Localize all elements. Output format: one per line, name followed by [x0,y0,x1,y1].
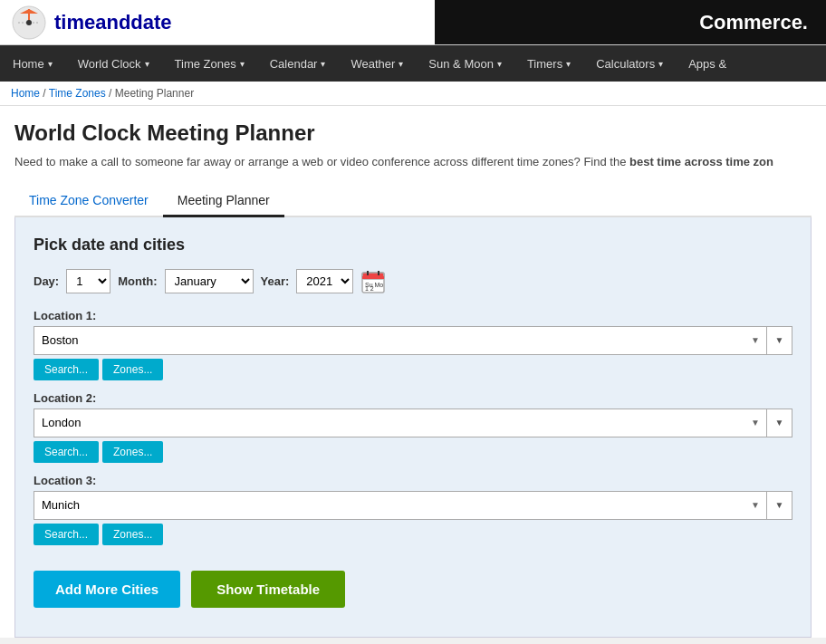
tabs: Time Zone Converter Meeting Planner [14,186,812,217]
page-title: World Clock Meeting Planner [14,120,812,146]
top-header: timeanddate Commerce. [0,0,826,45]
year-label: Year: [261,274,290,288]
panel-title: Pick date and cities [34,235,792,255]
nav-world-clock[interactable]: World Clock ▾ [65,45,162,82]
logo-normal: anddate [95,11,171,34]
location-2-select[interactable]: London [34,409,767,437]
day-select[interactable]: 12345 678910 1112131415 1617181920 21222… [66,269,110,293]
location-1-search-button[interactable]: Search... [34,359,99,380]
day-label: Day: [34,274,59,288]
location-2-section: Location 2: London ▼ Search... Zones... [34,391,792,463]
breadcrumb-home[interactable]: Home [11,87,40,100]
nav-apps[interactable]: Apps & [676,45,739,82]
location-1-label: Location 1: [34,309,792,322]
svg-point-1 [26,20,32,25]
logo-bold: time [54,11,95,34]
meeting-planner-panel: Pick date and cities Day: 12345 678910 1… [14,217,812,638]
nav-calculators[interactable]: Calculators ▾ [583,45,676,82]
chevron-down-icon: ▾ [145,59,149,69]
page-description: Need to make a call to someone far away … [14,153,812,171]
location-1-input-row: Boston ▼ [34,326,792,355]
location-2-chevron-btn[interactable]: ▼ [767,409,792,437]
chevron-down-icon: ▾ [658,59,663,69]
date-row: Day: 12345 678910 1112131415 1617181920 … [34,269,792,294]
location-2-zones-button[interactable]: Zones... [102,441,163,463]
location-3-select[interactable]: Munich [34,491,767,520]
location-3-chevron-btn[interactable]: ▼ [767,491,792,520]
location-3-search-button[interactable]: Search... [34,524,99,545]
nav-home[interactable]: Home ▾ [0,45,65,82]
location-3-zones-button[interactable]: Zones... [102,524,163,545]
nav-bar: Home ▾ World Clock ▾ Time Zones ▾ Calend… [0,45,826,82]
location-1-buttons: Search... Zones... [34,359,792,380]
location-2-buttons: Search... Zones... [34,441,792,463]
chevron-down-icon: ▾ [497,59,502,69]
location-1-chevron-btn[interactable]: ▼ [767,326,792,355]
location-3-label: Location 3: [34,474,792,487]
nav-time-zones[interactable]: Time Zones ▾ [162,45,257,82]
show-timetable-button[interactable]: Show Timetable [191,571,345,608]
ad-text: Commerce. [699,11,808,34]
calendar-icon[interactable]: Su Mo 1 2 [360,269,386,294]
location-1-select-wrapper: Boston [34,326,767,355]
chevron-down-icon: ▾ [240,59,245,69]
nav-calendar[interactable]: Calendar ▾ [257,45,339,82]
nav-weather[interactable]: Weather ▾ [338,45,416,82]
bottom-buttons: Add More Cities Show Timetable [34,556,792,615]
location-1-section: Location 1: Boston ▼ Search... Zones... [34,309,792,380]
svg-text:1  2: 1 2 [365,285,374,292]
chevron-down-icon: ▾ [48,59,53,69]
location-3-input-row: Munich ▼ [34,491,792,520]
location-3-select-wrapper: Munich [34,491,767,520]
logo-icon [11,5,47,41]
location-1-select[interactable]: Boston [34,326,767,355]
breadcrumb-current: Meeting Planner [115,87,194,100]
nav-timers[interactable]: Timers ▾ [514,45,583,82]
add-more-cities-button[interactable]: Add More Cities [34,571,180,608]
main-content: World Clock Meeting Planner Need to make… [0,106,826,638]
tab-meeting-planner[interactable]: Meeting Planner [163,186,284,217]
nav-sun-moon[interactable]: Sun & Moon ▾ [416,45,514,82]
logo-area: timeanddate [0,0,435,44]
chevron-down-icon: ▾ [399,59,403,69]
location-3-section: Location 3: Munich ▼ Search... Zones... [34,474,792,545]
chevron-down-icon: ▾ [566,59,571,69]
year-select[interactable]: 2021202220232024 [296,269,353,293]
chevron-down-icon: ▾ [321,59,325,69]
month-label: Month: [118,274,157,288]
ad-area: Commerce. [435,0,826,44]
location-2-search-button[interactable]: Search... [34,441,99,463]
month-select[interactable]: JanuaryFebruaryMarchApril MayJuneJulyAug… [165,269,254,293]
tab-time-zone-converter[interactable]: Time Zone Converter [14,186,163,217]
location-2-label: Location 2: [34,391,792,405]
location-2-select-wrapper: London [34,409,767,437]
breadcrumb: Home / Time Zones / Meeting Planner [0,82,826,106]
svg-rect-4 [362,276,384,279]
breadcrumb-timezones[interactable]: Time Zones [49,87,106,100]
location-1-zones-button[interactable]: Zones... [102,359,163,380]
location-3-buttons: Search... Zones... [34,524,792,545]
logo-text: timeanddate [54,11,172,34]
location-2-input-row: London ▼ [34,409,792,437]
